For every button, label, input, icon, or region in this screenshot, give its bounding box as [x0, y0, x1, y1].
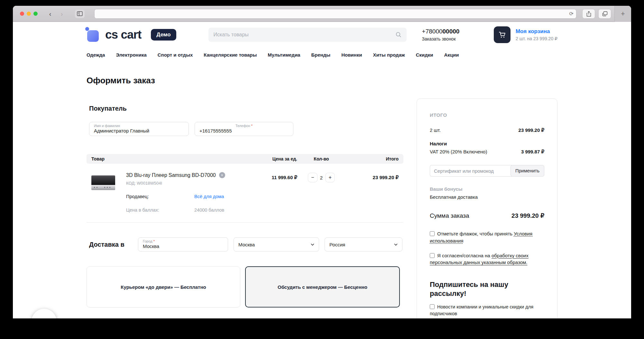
- cart-button[interactable]: [494, 26, 511, 43]
- customer-section-title: Покупатель: [89, 105, 403, 112]
- nav-item-promos[interactable]: Акции: [444, 52, 459, 58]
- reload-icon[interactable]: ⟳: [569, 11, 574, 17]
- page-title: Оформить заказ: [87, 76, 557, 86]
- floating-demo-widget[interactable]: cs cart Демо: [32, 309, 57, 318]
- taxes-heading: Налоги: [430, 141, 544, 146]
- col-product: Товар: [91, 156, 249, 161]
- order-total-value: 23 999.20 ₽: [511, 212, 544, 219]
- store-phone[interactable]: +7800000000: [422, 28, 460, 35]
- consent-checkbox[interactable]: [430, 253, 435, 258]
- apply-promo-button[interactable]: Применить: [511, 165, 544, 177]
- shipping-methods: Курьером «до двери» — Бесплатно Обсудить…: [87, 266, 403, 307]
- shipping-option-courier[interactable]: Курьером «до двери» — Бесплатно: [87, 266, 240, 307]
- new-tab-button[interactable]: +: [614, 6, 631, 22]
- vendor-link[interactable]: Всё для дома: [194, 194, 224, 199]
- required-asterisk: *: [251, 124, 253, 128]
- items-subtotal: 23 999.20 ₽: [519, 127, 544, 133]
- share-button[interactable]: [582, 9, 595, 19]
- customer-phone-field[interactable]: Телефон *: [195, 122, 293, 136]
- points-label: Цена в баллах:: [126, 207, 194, 213]
- newsletter-checkbox[interactable]: [430, 304, 435, 309]
- col-unit-price: Цена за ед.: [249, 156, 297, 161]
- vat-value: 3 999.87 ₽: [521, 149, 544, 155]
- newsletter-checkbox-row: Новости компании и уникальные скидки для…: [430, 304, 544, 317]
- row-total: 23 999.20 ₽: [345, 172, 399, 213]
- shipping-option-manager[interactable]: Обсудить с менеджером — Бесценно: [245, 266, 400, 307]
- shipping-destination: Доставка в Город * Москва Росси: [87, 237, 403, 252]
- points-value: 24000 баллов: [194, 207, 224, 213]
- cs-cart-logo-icon: [87, 28, 99, 41]
- product-name-link[interactable]: 3D Blu-ray Плеер Samsung BD-D7000: [126, 172, 216, 178]
- product-image[interactable]: [91, 175, 115, 192]
- nav-item-electronics[interactable]: Электроника: [116, 52, 146, 58]
- sidebar-toggle-button[interactable]: [75, 10, 85, 18]
- browser-window: ‹ › ⟳ +: [13, 6, 631, 318]
- main-navigation: Одежда Электроника Спорт и отдых Канцеля…: [87, 52, 557, 58]
- browser-chrome: ‹ › ⟳ +: [13, 6, 631, 22]
- country-select[interactable]: Россия: [325, 237, 402, 252]
- nav-item-office[interactable]: Канцелярские товары: [204, 52, 257, 58]
- storefront-page: cs cart Демо +7800000000 Заказать звонок: [13, 22, 631, 318]
- quantity-increase-button[interactable]: +: [325, 173, 335, 182]
- tab-overview-button[interactable]: [598, 9, 611, 19]
- consent-checkbox-row: Я согласен/согласна на обработку своих п…: [430, 252, 544, 266]
- customer-phone-input[interactable]: [199, 128, 289, 133]
- sidebar-icon: [77, 11, 83, 16]
- close-window-button[interactable]: [20, 12, 24, 16]
- product-code: КОД: W0018W504I: [126, 181, 249, 186]
- unit-price: 11 999.60 ₽: [249, 172, 297, 213]
- promo-code-group: Применить: [430, 165, 544, 177]
- promo-code-input[interactable]: [430, 165, 512, 177]
- items-count: 2 шт.: [430, 127, 441, 133]
- terms-checkbox-row: Отметьте флажок, чтобы принять Условия и…: [430, 230, 544, 244]
- minimize-window-button[interactable]: [27, 12, 31, 16]
- back-button[interactable]: ‹: [45, 10, 55, 18]
- phone-field-label: Телефон *: [235, 124, 253, 128]
- nav-item-new[interactable]: Новинки: [341, 52, 362, 58]
- col-total: Итого: [345, 156, 399, 161]
- customer-name-field[interactable]: Имя и фамилия: [89, 122, 189, 136]
- nav-item-brands[interactable]: Бренды: [311, 52, 330, 58]
- nav-item-multimedia[interactable]: Мультимедиа: [268, 52, 300, 58]
- forward-button[interactable]: ›: [57, 10, 67, 18]
- nav-item-bestsellers[interactable]: Хиты продаж: [373, 52, 405, 58]
- nav-item-clothes[interactable]: Одежда: [87, 52, 105, 58]
- bonus-heading: Ваши бонусы: [430, 186, 544, 192]
- remove-item-icon[interactable]: ×: [219, 172, 225, 178]
- search-icon[interactable]: [396, 32, 401, 38]
- order-total-label: Сумма заказа: [430, 212, 469, 219]
- nav-item-discounts[interactable]: Скидки: [416, 52, 433, 58]
- table-row: 3D Blu-ray Плеер Samsung BD-D7000 × КОД:…: [87, 164, 403, 223]
- search-bar[interactable]: [208, 28, 407, 42]
- zoom-window-button[interactable]: [33, 12, 38, 16]
- city-field-label: Город *: [143, 239, 155, 243]
- tabs-icon: [602, 11, 608, 16]
- newsletter-title: Подпишитесь на нашу рассылку!: [430, 280, 513, 298]
- my-cart-link[interactable]: Моя корзина: [516, 28, 557, 35]
- table-header: Товар Цена за ед. Кол-во Итого: [87, 154, 403, 164]
- quantity-value[interactable]: 2: [320, 173, 323, 180]
- search-input[interactable]: [214, 32, 396, 38]
- chevron-down-icon: [311, 243, 314, 246]
- nav-item-sport[interactable]: Спорт и отдых: [158, 52, 193, 58]
- required-asterisk: *: [153, 239, 155, 243]
- address-bar[interactable]: ⟳: [94, 9, 576, 19]
- cart-summary: 2 шт. на 23 999.20 ₽: [516, 36, 557, 41]
- minicart[interactable]: Моя корзина 2 шт. на 23 999.20 ₽: [494, 26, 557, 43]
- customer-name-input[interactable]: [94, 128, 184, 133]
- store-logo[interactable]: cs cart Демо: [87, 28, 176, 41]
- window-controls: [20, 12, 38, 16]
- terms-checkbox[interactable]: [430, 231, 435, 236]
- city-input[interactable]: [143, 243, 223, 249]
- city-field[interactable]: Город *: [138, 237, 228, 252]
- shipping-section-title: Доставка в: [89, 241, 133, 248]
- state-select[interactable]: Москва: [234, 237, 319, 252]
- order-call-link[interactable]: Заказать звонок: [422, 36, 460, 41]
- share-icon: [586, 11, 591, 17]
- order-summary-card: ИТОГО 2 шт. 23 999.20 ₽ Налоги VAT 20% (…: [417, 98, 557, 318]
- quantity-stepper: − 2 +: [297, 172, 345, 213]
- vendor-label: Продавец:: [126, 194, 194, 199]
- quantity-decrease-button[interactable]: −: [308, 173, 317, 182]
- chevron-down-icon: [394, 243, 398, 246]
- country-select-value: Россия: [329, 242, 345, 247]
